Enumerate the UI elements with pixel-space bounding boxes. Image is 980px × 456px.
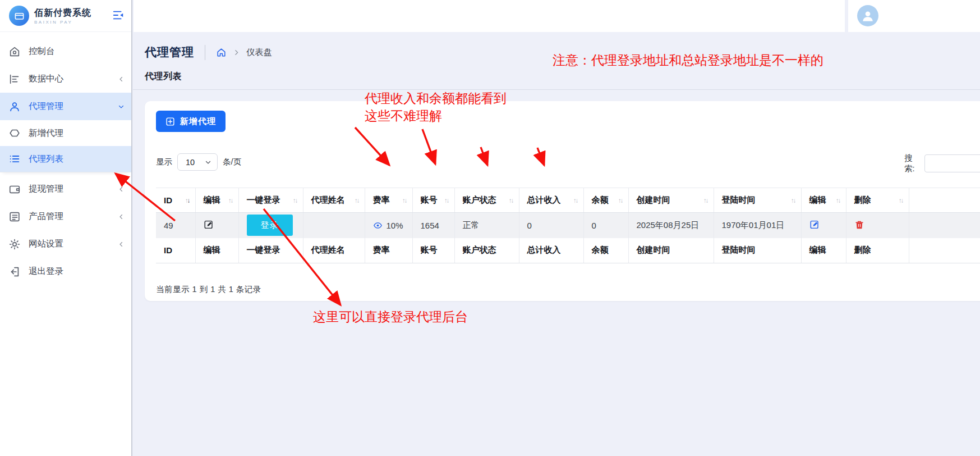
quick-login-button[interactable]: 登录 bbox=[247, 215, 293, 236]
gear-icon bbox=[8, 238, 21, 250]
column-header-last-login[interactable]: 登陆时间↑↓ bbox=[714, 188, 801, 213]
home-icon[interactable] bbox=[216, 47, 227, 58]
column-header-status[interactable]: 账户状态↑↓ bbox=[454, 188, 519, 213]
edit-row-button[interactable] bbox=[809, 220, 820, 230]
sidebar-menu: 控制台 数据中心 代理管理 新增代理 bbox=[0, 32, 131, 285]
topbar-user-area bbox=[848, 0, 980, 32]
sidebar-item-data-center[interactable]: 数据中心 bbox=[0, 65, 131, 93]
footer-column-agent-name: 代理姓名 bbox=[303, 238, 365, 263]
sidebar-item-agent-list[interactable]: 代理列表 bbox=[0, 146, 131, 172]
column-header-balance[interactable]: 余额↑↓ bbox=[583, 188, 628, 213]
add-agent-label: 新增代理 bbox=[180, 116, 216, 127]
chevron-down-icon bbox=[205, 159, 211, 166]
logout-icon bbox=[8, 266, 21, 278]
table-header-row: ID↑↓ 编辑↑↓ 一键登录↑↓ 代理姓名↑↓ 费率↑↓ 账号↑↓ 账户状态↑↓… bbox=[156, 188, 980, 213]
search-control: 搜索: bbox=[904, 153, 980, 174]
sidebar-item-site-settings[interactable]: 网站设置 bbox=[0, 230, 131, 258]
cell-account: 1654 bbox=[412, 213, 454, 238]
sort-icon[interactable]: ↑↓ bbox=[228, 197, 233, 204]
delete-row-button[interactable] bbox=[854, 220, 864, 230]
agent-list-card: 新增代理 显示 10 条/页 搜索: ID↑↓ 编辑↑↓ 一键登录↑↓ 代理姓名… bbox=[145, 101, 980, 301]
sidebar-item-agent-management[interactable]: 代理管理 bbox=[0, 93, 131, 120]
per-page-label: 条/页 bbox=[223, 157, 241, 167]
sidebar-item-label: 代理管理 bbox=[29, 101, 118, 112]
sidebar: 佰新付费系统 BAIXIN PAY 控制台 数据中心 bbox=[0, 0, 132, 456]
plus-icon bbox=[165, 117, 175, 126]
search-input[interactable] bbox=[924, 154, 980, 172]
page-size-select[interactable]: 10 bbox=[177, 153, 218, 171]
bar-chart-icon bbox=[8, 73, 21, 85]
column-header-agent-name[interactable]: 代理姓名↑↓ bbox=[303, 188, 365, 213]
search-label: 搜索: bbox=[904, 153, 920, 174]
cell-balance: 0 bbox=[583, 213, 628, 238]
table-row: 49 登录 10% bbox=[156, 213, 980, 238]
sort-icon[interactable]: ↑↓ bbox=[444, 197, 449, 204]
table-footer-row: ID 编辑 一键登录 代理姓名 费率 账号 账户状态 总计收入 余额 创建时间 … bbox=[156, 238, 980, 263]
page-size-value: 10 bbox=[186, 158, 195, 167]
sidebar-item-dashboard[interactable]: 控制台 bbox=[0, 38, 131, 65]
chevron-left-icon bbox=[118, 241, 125, 248]
add-agent-button[interactable]: 新增代理 bbox=[156, 111, 226, 132]
footer-column-balance: 余额 bbox=[583, 238, 628, 263]
column-header-edit[interactable]: 编辑↑↓ bbox=[195, 188, 238, 213]
sort-icon[interactable]: ↑↓ bbox=[185, 197, 190, 204]
show-label: 显示 bbox=[156, 157, 172, 167]
topbar bbox=[134, 0, 845, 32]
collapse-sidebar-button[interactable] bbox=[112, 9, 125, 23]
sidebar-item-logout[interactable]: 退出登录 bbox=[0, 258, 131, 285]
trash-icon bbox=[854, 220, 864, 230]
column-header-cut[interactable]: ↑↓ bbox=[909, 188, 980, 213]
column-header-account[interactable]: 账号↑↓ bbox=[412, 188, 454, 213]
footer-column-id: ID bbox=[156, 238, 195, 263]
page-size-control: 显示 10 条/页 bbox=[156, 153, 241, 171]
agent-table: ID↑↓ 编辑↑↓ 一键登录↑↓ 代理姓名↑↓ 费率↑↓ 账号↑↓ 账户状态↑↓… bbox=[156, 188, 980, 263]
sort-icon[interactable]: ↑↓ bbox=[402, 197, 407, 204]
column-header-quick-login[interactable]: 一键登录↑↓ bbox=[238, 188, 303, 213]
footer-column-status: 账户状态 bbox=[454, 238, 519, 263]
brand-logo-icon bbox=[9, 6, 29, 26]
column-header-total-income[interactable]: 总计收入↑↓ bbox=[519, 188, 583, 213]
sidebar-item-label: 控制台 bbox=[29, 45, 125, 57]
sidebar-item-label: 退出登录 bbox=[29, 266, 125, 277]
sort-icon[interactable]: ↑↓ bbox=[703, 197, 708, 204]
breadcrumb-current[interactable]: 仪表盘 bbox=[246, 47, 273, 58]
cell-id: 49 bbox=[156, 213, 195, 238]
product-list-icon bbox=[8, 211, 21, 223]
sort-icon[interactable]: ↑↓ bbox=[355, 197, 359, 204]
cell-status: 正常 bbox=[454, 213, 519, 238]
page-header: 代理管理 仪表盘 bbox=[145, 44, 273, 60]
sidebar-item-add-agent[interactable]: 新增代理 bbox=[0, 120, 131, 146]
sort-icon[interactable]: ↑↓ bbox=[573, 197, 578, 204]
section-title: 代理列表 bbox=[145, 71, 182, 83]
breadcrumb: 仪表盘 bbox=[216, 47, 273, 58]
wallet-icon bbox=[8, 183, 21, 195]
column-header-edit-2[interactable]: 编辑↑↓ bbox=[801, 188, 846, 213]
edit-button[interactable] bbox=[204, 220, 214, 230]
home-icon bbox=[8, 45, 21, 58]
sidebar-item-withdraw-management[interactable]: 提现管理 bbox=[0, 175, 131, 203]
sort-icon[interactable]: ↑↓ bbox=[836, 197, 840, 204]
eye-icon[interactable] bbox=[373, 221, 383, 230]
collapse-sidebar-icon bbox=[112, 9, 125, 23]
chevron-left-icon bbox=[118, 186, 125, 193]
user-avatar[interactable] bbox=[857, 5, 878, 26]
column-header-created[interactable]: 创建时间↑↓ bbox=[628, 188, 714, 213]
column-header-id[interactable]: ID↑↓ bbox=[156, 188, 195, 213]
sort-icon[interactable]: ↑↓ bbox=[293, 197, 297, 204]
cell-agent-name bbox=[303, 213, 365, 238]
footer-column-created: 创建时间 bbox=[628, 238, 714, 263]
chevron-left-icon bbox=[118, 213, 125, 220]
chevron-right-icon bbox=[233, 49, 240, 56]
sort-icon[interactable]: ↑↓ bbox=[791, 197, 795, 204]
column-header-rate[interactable]: 费率↑↓ bbox=[365, 188, 412, 213]
cell-last-login: 1970年01月01日 bbox=[714, 213, 801, 238]
brand-subtitle: BAIXIN PAY bbox=[34, 20, 112, 25]
sidebar-item-product-management[interactable]: 产品管理 bbox=[0, 203, 131, 230]
column-header-delete[interactable]: 删除↑↓ bbox=[846, 188, 909, 213]
sort-icon[interactable]: ↑↓ bbox=[618, 197, 623, 204]
sort-icon[interactable]: ↑↓ bbox=[899, 197, 903, 204]
list-icon bbox=[8, 153, 21, 165]
sort-icon[interactable]: ↑↓ bbox=[509, 197, 513, 204]
footer-column-last-login: 登陆时间 bbox=[714, 238, 801, 263]
sidebar-item-label: 代理列表 bbox=[29, 153, 125, 165]
